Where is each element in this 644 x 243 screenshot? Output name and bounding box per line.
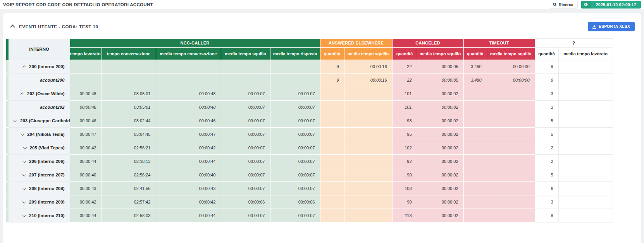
- export-xlsx-label: ESPORTA XLSX: [599, 24, 630, 29]
- data-cell: 00:00:02: [417, 87, 463, 101]
- row-expander-expand-icon[interactable]: [22, 213, 26, 217]
- refresh-icon[interactable]: ⟳: [581, 1, 591, 9]
- data-cell: 113: [392, 209, 417, 222]
- data-cell: [558, 195, 613, 209]
- data-cell: 00:00:47: [70, 128, 102, 141]
- data-cell: [558, 141, 613, 155]
- row-expander-expand-icon[interactable]: [22, 186, 26, 190]
- data-cell: 02:58:03: [102, 209, 156, 222]
- data-cell: 3: [535, 87, 558, 101]
- data-cell: 00:00:07: [221, 182, 270, 195]
- row-label-cell: account202: [9, 101, 70, 114]
- col-header-ncc-media-tempo-risposta: media tempo risposta: [270, 48, 320, 60]
- row-label-cell: 200 (Interno 200): [9, 60, 70, 74]
- data-cell: [558, 87, 613, 101]
- data-cell: [320, 141, 344, 155]
- data-cell: [487, 182, 535, 195]
- data-cell: [320, 87, 344, 101]
- collapse-panel-icon[interactable]: [10, 25, 15, 30]
- table-row: 206 (Interno 206)00:00:4402:18:1300:00:4…: [6, 155, 613, 168]
- data-cell: 00:00:07: [270, 87, 320, 101]
- data-cell: 00:00:07: [270, 128, 320, 141]
- data-cell: 3: [535, 195, 558, 209]
- data-cell: [344, 141, 392, 155]
- table-row: 203 (Giuseppe Garibaldi)00:00:4603:02:44…: [6, 114, 613, 128]
- data-cell: 00:00:42: [156, 195, 221, 209]
- data-cell: 03:02:44: [102, 114, 156, 128]
- report-table: INTERNONCC-CALLERANSWERED ELSEWHERECANCE…: [6, 38, 613, 222]
- row-label-cell: 202 (Oscar Wilde): [9, 87, 70, 101]
- data-cell: 00:00:02: [417, 195, 463, 209]
- row-label-cell: 203 (Giuseppe Garibaldi): [9, 114, 70, 128]
- data-cell: 00:00:16: [344, 74, 392, 87]
- refresh-timestamp-badge[interactable]: ⟳ 2025-01-10 02:00:17: [581, 1, 641, 9]
- data-cell: 108: [392, 182, 417, 195]
- report-panel: EVENTI UTENTE - CODA: TEST 10 ESPORTA XL…: [3, 13, 641, 243]
- data-cell: 00:00:07: [270, 141, 320, 155]
- row-label-cell: 205 (Vlad Tepes): [9, 141, 70, 155]
- data-cell: 2: [535, 141, 558, 155]
- data-cell: [487, 114, 535, 128]
- data-cell: [156, 74, 221, 87]
- table-row: 200 (Interno 200)900:00:162200:00:053.48…: [6, 60, 613, 74]
- row-label: 208 (Interno 208): [29, 186, 64, 191]
- search-button[interactable]: Ricerca: [549, 1, 578, 9]
- data-cell: 00:00:02: [417, 168, 463, 182]
- row-expander-expand-icon[interactable]: [22, 173, 26, 176]
- table-row: account200900:00:162200:00:053.48000:00:…: [6, 74, 613, 87]
- data-cell: [558, 168, 613, 182]
- data-cell: 00:00:42: [156, 141, 221, 155]
- data-cell: [221, 74, 270, 87]
- row-expander-expand-icon[interactable]: [22, 159, 26, 163]
- data-cell: [558, 182, 613, 195]
- page-title: VOIP REPORT CDR CODE CON DETTAGLIO OPERA…: [3, 2, 153, 7]
- data-cell: 00:00:07: [221, 128, 270, 141]
- data-cell: 00:00:02: [417, 114, 463, 128]
- data-cell: 3.480: [463, 60, 487, 74]
- data-cell: [463, 141, 487, 155]
- col-header-answered-elsewhere-quantità: quantità: [320, 48, 344, 60]
- data-cell: [487, 128, 535, 141]
- row-expander-expand-icon[interactable]: [14, 118, 17, 122]
- data-cell: [487, 87, 535, 101]
- data-cell: [487, 155, 535, 168]
- data-cell: 9: [320, 74, 344, 87]
- data-cell: [320, 182, 344, 195]
- data-cell: 00:00:40: [70, 168, 102, 182]
- data-cell: [344, 114, 392, 128]
- group-header-unknown: ?: [535, 39, 613, 48]
- data-cell: 00:00:42: [70, 141, 102, 155]
- data-cell: 3: [535, 101, 558, 114]
- data-cell: 00:00:02: [417, 141, 463, 155]
- data-cell: [463, 101, 487, 114]
- data-cell: 00:00:07: [270, 209, 320, 222]
- data-cell: [487, 195, 535, 209]
- data-cell: 5: [535, 128, 558, 141]
- col-header-ncc-media-tempo-squillo: media tempo squillo: [221, 48, 270, 60]
- data-cell: 5: [535, 168, 558, 182]
- data-cell: 00:00:02: [417, 155, 463, 168]
- row-expander-expand-icon[interactable]: [22, 200, 26, 204]
- data-cell: 03:05:01: [102, 101, 156, 114]
- data-cell: 9: [320, 60, 344, 74]
- data-cell: [558, 209, 613, 222]
- row-expander-collapse-icon[interactable]: [21, 92, 24, 96]
- data-cell: [558, 101, 613, 114]
- data-cell: [102, 74, 156, 87]
- row-expander-collapse-icon[interactable]: [22, 65, 26, 69]
- data-cell: 00:00:06: [270, 195, 320, 209]
- data-cell: 00:00:07: [221, 168, 270, 182]
- row-expander-expand-icon[interactable]: [21, 132, 24, 136]
- data-cell: 00:00:05: [417, 60, 463, 74]
- data-cell: 101: [392, 87, 417, 101]
- group-header-ncc: NCC-CALLER: [70, 39, 320, 48]
- data-cell: 02:56:21: [102, 141, 156, 155]
- data-cell: [344, 155, 392, 168]
- data-cell: 90: [392, 195, 417, 209]
- row-expander-expand-icon[interactable]: [23, 145, 27, 149]
- export-xlsx-button[interactable]: ESPORTA XLSX: [588, 22, 635, 31]
- data-cell: [487, 209, 535, 222]
- data-cell: [463, 209, 487, 222]
- row-label: 210 (Interno 210): [29, 213, 64, 218]
- data-cell: 00:00:07: [270, 182, 320, 195]
